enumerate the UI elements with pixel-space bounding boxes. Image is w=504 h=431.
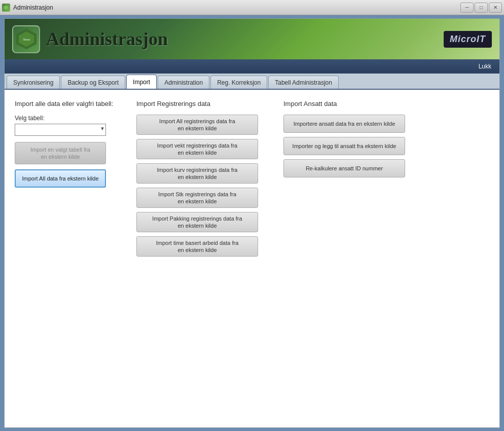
close-button[interactable]: ✕ — [489, 3, 502, 13]
main-window: Terra Administrasjon MicroIT Lukk Synkro… — [4, 18, 500, 428]
velg-tabell-dropdown-wrapper: ▼ — [15, 124, 106, 136]
tab-tabell-administrasjon[interactable]: Tabell Administrasjon — [268, 76, 339, 89]
minimize-button[interactable]: ─ — [460, 3, 474, 13]
col-right: Import Ansatt data Importere ansatt data… — [283, 100, 410, 182]
titlebar-left: Administrasjon — [2, 4, 53, 12]
tab-import[interactable]: Import — [126, 75, 157, 89]
header: Terra Administrasjon MicroIT — [5, 19, 499, 59]
import-all-reg-button[interactable]: Import All registrerings data fra en eks… — [136, 115, 258, 135]
svg-text:Terra: Terra — [23, 38, 30, 41]
titlebar-controls: ─ □ ✕ — [460, 3, 502, 13]
tab-administration[interactable]: Administration — [158, 76, 209, 89]
tab-reg-korreksjon[interactable]: Reg. Korreksjon — [210, 76, 267, 89]
importer-legg-til-ansatt-button[interactable]: Importer og legg til ansatt fra ekstern … — [283, 137, 405, 155]
tab-synkronisering[interactable]: Synkronisering — [7, 76, 60, 89]
tab-backup-og-eksport[interactable]: Backup og Eksport — [61, 76, 125, 89]
re-kalkulere-ansatt-id-button[interactable]: Re-kalkulere ansatt ID nummer — [283, 159, 405, 177]
col-left: Import alle data eller valgfri tabell: V… — [15, 100, 116, 188]
maximize-button[interactable]: □ — [475, 3, 488, 13]
velg-tabell-select[interactable] — [15, 124, 106, 136]
import-stk-reg-button[interactable]: Import Stk registrerings data fra en eks… — [136, 188, 258, 208]
import-kurv-reg-button[interactable]: Import kurv registrerings data fra en ek… — [136, 163, 258, 184]
toolbar-strip: Lukk — [5, 59, 499, 74]
import-all-data-button[interactable]: Import All data fra ekstern kilde — [15, 169, 106, 188]
header-title: Administrasjon — [46, 28, 168, 50]
svg-marker-0 — [4, 5, 9, 10]
import-time-basert-button[interactable]: Import time basert arbeid data fra en ek… — [136, 236, 258, 257]
header-brand: MicroIT — [444, 31, 492, 48]
titlebar-title: Administrasjon — [13, 4, 53, 11]
lukk-button[interactable]: Lukk — [475, 62, 495, 71]
right-col-header: Import Ansatt data — [283, 100, 410, 107]
left-col-header: Import alle data eller valgfri tabell: — [15, 100, 116, 107]
velg-tabell-label: Velg tabell: — [15, 115, 116, 122]
importere-ansatt-button[interactable]: Importere ansatt data fra en ekstern kil… — [283, 115, 405, 133]
content-area: Import alle data eller valgfri tabell: V… — [5, 90, 499, 427]
app-icon — [2, 4, 10, 12]
import-columns: Import alle data eller valgfri tabell: V… — [15, 100, 489, 261]
middle-col-header: Import Registrerings data — [136, 100, 263, 107]
header-logo-area: Terra Administrasjon — [12, 25, 168, 53]
tab-bar: Synkronisering Backup og Eksport Import … — [5, 74, 499, 90]
col-middle: Import Registrerings data Import All reg… — [136, 100, 263, 261]
import-valgt-tabell-button[interactable]: Import en valgt tabell fra en ekstern ki… — [15, 142, 106, 164]
import-vekt-reg-button[interactable]: Import vekt registrerings data fra en ek… — [136, 139, 258, 159]
import-pakking-reg-button[interactable]: Import Pakking registrerings data fra en… — [136, 212, 258, 232]
app-logo: Terra — [12, 25, 40, 53]
titlebar: Administrasjon ─ □ ✕ — [0, 0, 504, 15]
